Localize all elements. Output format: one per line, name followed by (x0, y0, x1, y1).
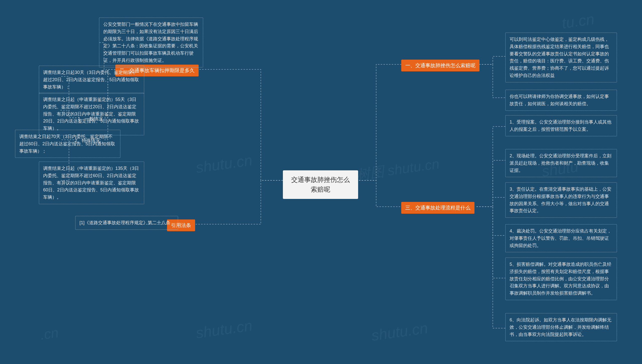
center-topic[interactable]: 交通事故肺挫伤怎么索赔呢 (283, 170, 358, 199)
b1-child-1[interactable]: 可以到司法鉴定中心做鉴定，鉴定构成几级伤残，具体赔偿根据伤残鉴定结果进行相关赔偿… (505, 33, 617, 82)
watermark: tu.cn (561, 10, 595, 32)
b3-child-1[interactable]: 1、受理报案。公安交通治理部分接到当事人或其他人的报案之后，按照管辖范围予以立案… (505, 115, 617, 136)
b3-child-2[interactable]: 2、现场处理。公安交通治理部分受理案件后，立刻派员赶赴现场，抢救伤者和财产，勘查… (505, 149, 617, 177)
watermark: shutu.cn (195, 317, 253, 342)
b3-child-5[interactable]: 5、损害赔偿调解。对交通事故造成的职员伤亡及经济损失的赔偿，按照有关划定和赔偿尺… (505, 258, 617, 300)
b2-s2-c2[interactable]: 调查结束之日起（申请重新鉴定的）135天（3日内委托、鉴定期限不超过60日、2日… (39, 162, 144, 204)
branch-3[interactable]: 三、交通事故处理流程是什么 (401, 202, 474, 214)
law-child-1[interactable]: [1]《道路交通事故处理程序规定》第二十八条 (75, 216, 178, 230)
watermark: shutu.cn (195, 152, 253, 177)
b2-top-note[interactable]: 公安交警部门一般情况下在交通事故中扣留车辆的期限为三十日，如果没有法定原因三十日… (99, 18, 203, 67)
b2-s1-c1[interactable]: 调查结束之日起30天（3日内委托、鉴定期限不超过20日、2日内送达鉴定报告、5日… (39, 66, 144, 94)
b1-child-2[interactable]: 你也可以聘请律师为你协调交通事故，如何认定事故责任，如何就医，如何谈相关的赔偿。 (505, 90, 617, 111)
b3-child-4[interactable]: 4、裁决处罚。公安交通治理部分应依占有关划定，对肇事责任人予以警告、罚款、吊扣、… (505, 224, 617, 252)
b3-child-3[interactable]: 3、责任认定。在查清交通事故事实的基础上，公安交通治理部分根据事故当事人的违章行… (505, 182, 617, 218)
watermark: .cn (39, 324, 60, 343)
watermark: 树图 shutu.cn (355, 155, 440, 185)
b3-child-6[interactable]: 6、向法院起诉。如双方当事人在法按期限内调解无效，公安交通治理部分终止调解，并发… (505, 313, 617, 341)
b2-s1-c2[interactable]: 调查结束之日起（申请重新鉴定的）55天（3日内委托、鉴定期限不超过20日、2日内… (39, 93, 144, 135)
b2-s2-c1[interactable]: 调查结束之日起70天（3日内委托、鉴定期限不超过60日、2日内送达鉴定报告、5日… (15, 130, 120, 158)
watermark: shutu.cn (370, 319, 429, 344)
branch-1[interactable]: 一、交通事故肺挫伤怎么索赔呢 (401, 60, 479, 71)
